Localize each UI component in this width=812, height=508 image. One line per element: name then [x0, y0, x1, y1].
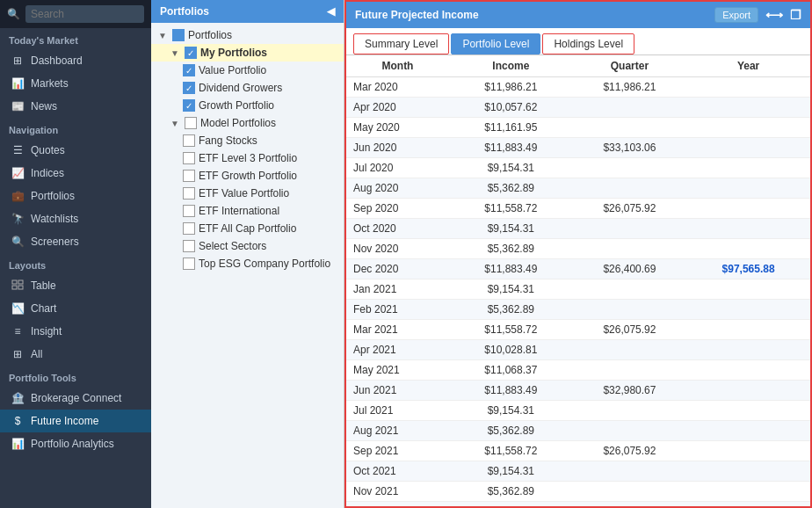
insight-icon: ≡ [11, 324, 25, 338]
tree-checkbox-portfolios-root[interactable] [172, 29, 185, 41]
tree-checkbox-etf-level3[interactable] [183, 152, 195, 164]
tree-label-select-sectors: Select Sectors [199, 240, 266, 252]
table-row: Jun 2021$11,883.49$32,980.67 [346, 381, 810, 401]
cell-month: Jul 2020 [346, 158, 449, 178]
chart-icon: 📉 [11, 301, 25, 316]
portfolios-collapse-icon[interactable]: ◀ [327, 5, 335, 18]
cell-income: $11,558.72 [449, 320, 573, 340]
table-row: Dec 2020$11,883.49$26,400.69$97,565.88 [346, 259, 810, 279]
tree-toggle[interactable]: ▼ [158, 31, 169, 40]
tree-item-etf-value[interactable]: ETF Value Portfolio [151, 185, 344, 202]
tree-item-my-portfolios[interactable]: ▼ ✓ My Portfolios [151, 44, 344, 62]
tree-item-growth-portfolio[interactable]: ✓ Growth Portfolio [151, 97, 344, 114]
expand-icon[interactable]: ❐ [790, 8, 801, 22]
sidebar-item-quotes[interactable]: ☰ Quotes [0, 139, 151, 162]
export-button[interactable]: Export [714, 7, 758, 23]
tree-item-model-portfolios[interactable]: ▼ Model Portfolios [151, 114, 344, 132]
table-row: Mar 2021$11,558.72$26,075.92 [346, 320, 810, 340]
search-box[interactable]: 🔍 [0, 0, 151, 28]
sidebar-label-indices: Indices [31, 167, 64, 179]
tree-item-select-sectors[interactable]: Select Sectors [151, 237, 344, 255]
income-table: Month Income Quarter Year Mar 2020$11,98… [346, 55, 810, 506]
tree-item-etf-growth[interactable]: ETF Growth Portfolio [151, 167, 344, 185]
tab-summary-level[interactable]: Summary Level [353, 33, 449, 54]
tree-toggle-my[interactable]: ▼ [170, 48, 181, 58]
table-row: Jan 2021$9,154.31 [346, 279, 810, 300]
tree-checkbox-etf-value[interactable] [183, 187, 195, 200]
sidebar-item-markets[interactable]: 📊 Markets [0, 72, 151, 95]
tree-checkbox-model[interactable] [185, 117, 197, 129]
cell-quarter: $33,103.06 [573, 138, 686, 158]
sidebar-item-chart[interactable]: 📉 Chart [0, 297, 151, 320]
search-input[interactable] [25, 5, 144, 23]
tree-item-value-portfolio[interactable]: ✓ Value Portfolio [151, 62, 344, 79]
tree-checkbox-my-portfolios[interactable]: ✓ [185, 47, 197, 59]
cell-income: $9,154.31 [449, 219, 573, 239]
sidebar-item-portfolios[interactable]: 💼 Portfolios [0, 185, 151, 207]
cell-quarter [573, 482, 686, 502]
tree-checkbox-etf-growth[interactable] [183, 170, 195, 182]
sidebar-label-analytics: Portfolio Analytics [31, 438, 114, 450]
table-row: Apr 2020$10,057.62 [346, 98, 810, 118]
tab-portfolio-level[interactable]: Portfolio Level [451, 33, 540, 54]
cell-month: Aug 2021 [346, 421, 449, 441]
cell-month: Jan 2021 [346, 279, 449, 300]
tree-item-etf-level3[interactable]: ETF Level 3 Portfolio [151, 149, 344, 167]
tree-item-dividend-growers[interactable]: ✓ Dividend Growers [151, 79, 344, 97]
tree-label-value-portfolio: Value Portfolio [199, 64, 266, 76]
tree-item-esg[interactable]: Top ESG Company Portfolio [151, 255, 344, 272]
move-icon[interactable]: ⟷ [765, 8, 783, 22]
cell-quarter: $26,075.92 [573, 199, 686, 219]
sidebar-label-markets: Markets [31, 77, 69, 90]
tree-checkbox-etf-allcap[interactable] [183, 222, 195, 235]
main-header-actions: Export ⟷ ❐ [714, 7, 801, 23]
cell-month: Oct 2020 [346, 219, 449, 239]
sidebar-item-screeners[interactable]: 🔍 Screeners [0, 230, 151, 253]
tree-checkbox-sectors[interactable] [183, 240, 195, 252]
cell-income: $11,558.72 [449, 199, 573, 219]
sidebar-item-future-income[interactable]: $ Future Income [0, 410, 151, 432]
tree-checkbox-growth[interactable]: ✓ [183, 99, 195, 112]
portfolios-icon: 💼 [11, 189, 25, 203]
sidebar-item-portfolio-analytics[interactable]: 📊 Portfolio Analytics [0, 432, 151, 455]
tree-toggle-model[interactable]: ▼ [170, 119, 181, 128]
tree-item-etf-intl[interactable]: ETF International [151, 202, 344, 220]
sidebar-item-news[interactable]: 📰 News [0, 95, 151, 118]
quotes-icon: ☰ [11, 143, 25, 157]
table-row: Jul 2020$9,154.31 [346, 158, 810, 178]
tree-item-portfolios-root[interactable]: ▼ Portfolios [151, 26, 344, 44]
tree-label-etf-value: ETF Value Portfolio [199, 187, 289, 200]
sidebar-item-indices[interactable]: 📈 Indices [0, 162, 151, 185]
tree-item-etf-allcap[interactable]: ETF All Cap Portfolio [151, 220, 344, 237]
cell-month: Dec 2021 [346, 502, 449, 507]
future-income-icon: $ [11, 414, 25, 428]
sidebar-item-all[interactable]: ⊞ All [0, 343, 151, 366]
tree-checkbox-value[interactable]: ✓ [183, 64, 195, 76]
sidebar-label-dashboard: Dashboard [31, 54, 83, 67]
tree-checkbox-fang[interactable] [183, 134, 195, 147]
tree-checkbox-etf-intl[interactable] [183, 205, 195, 217]
sidebar-label-future-income: Future Income [31, 415, 98, 427]
cell-year [686, 401, 810, 421]
tab-holdings-level[interactable]: Holdings Level [542, 33, 634, 54]
tree-checkbox-dividend[interactable]: ✓ [183, 82, 195, 94]
cell-month: Dec 2020 [346, 259, 449, 279]
cell-month: Sep 2021 [346, 441, 449, 461]
cell-month: Mar 2020 [346, 77, 449, 98]
cell-year [686, 340, 810, 360]
table-row: Nov 2020$5,362.89 [346, 239, 810, 259]
svg-rect-3 [18, 286, 23, 289]
sidebar-label-screeners: Screeners [31, 236, 79, 248]
tree-checkbox-esg[interactable] [183, 258, 195, 270]
tree-item-fang[interactable]: Fang Stocks [151, 132, 344, 149]
sidebar-item-table[interactable]: Table [0, 274, 151, 297]
analytics-icon: 📊 [11, 437, 25, 451]
main-panel: Future Projected Income Export ⟷ ❐ Summa… [344, 0, 812, 508]
sidebar-item-watchlists[interactable]: 🔭 Watchlists [0, 207, 151, 230]
sidebar-item-dashboard[interactable]: ⊞ Dashboard [0, 49, 151, 72]
sidebar-item-insight[interactable]: ≡ Insight [0, 320, 151, 343]
table-row: Oct 2020$9,154.31 [346, 219, 810, 239]
tree-label-etf-level3: ETF Level 3 Portfolio [199, 152, 297, 164]
brokerage-icon: 🏦 [11, 391, 25, 405]
sidebar-item-brokerage-connect[interactable]: 🏦 Brokerage Connect [0, 387, 151, 410]
